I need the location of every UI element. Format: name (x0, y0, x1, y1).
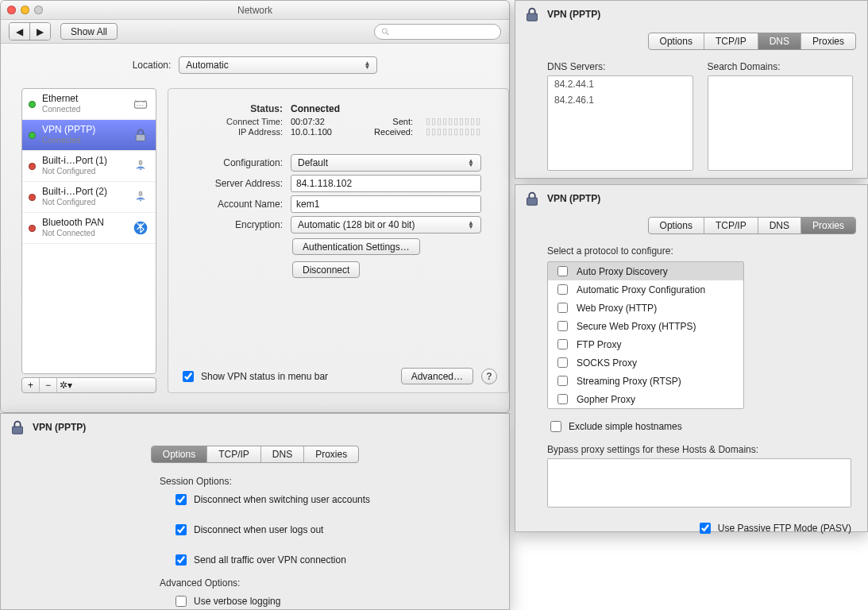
tab-options[interactable]: Options (649, 218, 704, 234)
protocol-checkbox[interactable] (557, 321, 568, 331)
service-name: Ethernet (42, 94, 80, 104)
protocol-checkbox[interactable] (557, 376, 568, 386)
protocol-label: Auto Proxy Discovery (577, 266, 668, 277)
protocol-list[interactable]: Auto Proxy DiscoveryAutomatic Proxy Conf… (547, 261, 744, 409)
location-label: Location: (133, 60, 172, 71)
tab-options[interactable]: Options (152, 446, 207, 462)
sidebar-item-service[interactable]: VPN (PPTP) Connected (22, 120, 156, 151)
advanced-options-header: Advanced Options: (160, 577, 485, 589)
titlebar[interactable]: Network (1, 1, 509, 20)
search-domains-list[interactable] (708, 75, 854, 171)
protocol-label: Automatic Proxy Configuration (577, 284, 705, 295)
forward-button[interactable]: ▶ (30, 23, 50, 40)
location-popup[interactable]: Automatic ▲▼ (179, 56, 377, 74)
zoom-icon[interactable] (34, 6, 43, 14)
protocol-row[interactable]: Auto Proxy Discovery (548, 262, 743, 280)
show-status-input[interactable] (183, 371, 194, 382)
modem-icon (132, 157, 149, 175)
sidebar-col: Ethernet Connected VPN (PPTP) Connected … (21, 88, 156, 393)
protocol-label: SOCKS Proxy (577, 357, 637, 369)
protocol-checkbox[interactable] (557, 284, 568, 295)
protocol-checkbox[interactable] (557, 357, 568, 368)
bypass-textarea[interactable] (547, 458, 851, 508)
protocol-checkbox[interactable] (557, 266, 568, 276)
tab-proxies[interactable]: Proxies (304, 446, 358, 462)
sidebar-item-service[interactable]: Bluetooth PAN Not Connected (22, 213, 156, 244)
protocol-row[interactable]: Web Proxy (HTTP) (548, 299, 743, 317)
search-input[interactable] (393, 25, 494, 38)
help-button[interactable]: ? (481, 369, 497, 384)
protocol-checkbox[interactable] (557, 339, 568, 349)
dns-servers-list[interactable]: 84.2.44.184.2.46.1 (547, 75, 693, 171)
chevron-updown-icon: ▲▼ (466, 221, 476, 229)
protocol-row[interactable]: Streaming Proxy (RTSP) (548, 372, 743, 390)
protocol-row[interactable]: FTP Proxy (548, 335, 743, 353)
dns-server-row[interactable]: 84.2.44.1 (548, 76, 692, 92)
close-icon[interactable] (7, 6, 16, 14)
remove-service-button[interactable]: − (40, 378, 57, 392)
opt-disconnect-logout[interactable]: Disconnect when user logs out (172, 522, 485, 538)
tab-options[interactable]: Options (649, 33, 704, 49)
location-value: Automatic (186, 60, 228, 71)
search-icon (381, 27, 390, 37)
status-dot-icon (29, 163, 36, 170)
opt-disconnect-switch-user[interactable]: Disconnect when switching user accounts (172, 492, 485, 508)
service-name: Built-i…Port (2) (42, 187, 107, 197)
lock-icon (132, 126, 149, 144)
exclude-hostnames-checkbox[interactable]: Exclude simple hostnames (547, 419, 851, 434)
advanced-button[interactable]: Advanced… (401, 368, 473, 384)
opt-verbose-logging[interactable]: Use verbose logging (172, 593, 485, 609)
search-field[interactable] (374, 24, 501, 40)
service-gear-button[interactable]: ✲▾ (57, 378, 75, 392)
add-service-button[interactable]: + (22, 378, 40, 392)
tab-dns[interactable]: DNS (758, 218, 801, 234)
svg-line-1 (387, 33, 389, 35)
tab-tcpip[interactable]: TCP/IP (207, 446, 261, 462)
auth-settings-button[interactable]: Authentication Settings… (292, 238, 420, 255)
tab-proxies[interactable]: Proxies (801, 218, 855, 234)
show-all-button[interactable]: Show All (60, 23, 118, 40)
sidebar-item-service[interactable]: Built-i…Port (1) Not Configured (22, 151, 156, 182)
sent-meter: ▯▯▯▯▯▯▯▯▯▯ (426, 116, 481, 126)
protocol-row[interactable]: SOCKS Proxy (548, 353, 743, 372)
protocol-row[interactable]: Secure Web Proxy (HTTPS) (548, 317, 743, 335)
svg-rect-5 (139, 160, 141, 164)
tab-tcpip[interactable]: TCP/IP (704, 218, 758, 234)
protocol-row[interactable]: Gopher Proxy (548, 390, 743, 408)
server-address-input[interactable] (291, 175, 481, 192)
show-status-checkbox[interactable]: Show VPN status in menu bar (179, 369, 328, 384)
svg-rect-7 (139, 191, 141, 195)
service-list[interactable]: Ethernet Connected VPN (PPTP) Connected … (21, 88, 156, 374)
tab-tcpip[interactable]: TCP/IP (704, 33, 758, 49)
show-status-label: Show VPN status in menu bar (201, 371, 328, 382)
service-name: Built-i…Port (1) (42, 156, 107, 166)
tab-dns[interactable]: DNS (758, 33, 801, 49)
tab-dns[interactable]: DNS (261, 446, 304, 462)
config-popup[interactable]: Default ▲▼ (291, 154, 481, 172)
toolbar: ◀ ▶ Show All (1, 20, 509, 44)
tabs: Options TCP/IP DNS Proxies (648, 33, 856, 50)
sidebar-item-service[interactable]: Built-i…Port (2) Not Configured (22, 182, 156, 213)
dns-server-row[interactable]: 84.2.46.1 (548, 92, 692, 108)
tab-proxies[interactable]: Proxies (801, 33, 855, 49)
protocol-checkbox[interactable] (557, 303, 568, 313)
modem-icon (132, 188, 149, 206)
proxies-sheet: VPN (PPTP) Options TCP/IP DNS Proxies Se… (515, 184, 868, 532)
disconnect-button[interactable]: Disconnect (292, 261, 360, 278)
account-name-input[interactable] (291, 195, 481, 213)
service-name: Bluetooth PAN (42, 218, 104, 228)
protocol-label: Web Proxy (HTTP) (577, 303, 657, 314)
status-dot-icon (29, 101, 36, 108)
encryption-popup[interactable]: Automatic (128 bit or 40 bit) ▲▼ (291, 216, 481, 234)
minimize-icon[interactable] (21, 6, 29, 14)
traffic-lights[interactable] (7, 6, 43, 14)
opt-send-all-traffic[interactable]: Send all traffic over VPN connection (172, 552, 485, 568)
passive-ftp-checkbox[interactable]: Use Passive FTP Mode (PASV) (696, 520, 851, 536)
lock-icon (523, 190, 541, 207)
service-status: Connected (42, 104, 80, 114)
back-button[interactable]: ◀ (10, 23, 30, 40)
protocol-row[interactable]: Automatic Proxy Configuration (548, 280, 743, 299)
protocol-checkbox[interactable] (557, 394, 568, 404)
tabs: Options TCP/IP DNS Proxies (151, 446, 359, 463)
sidebar-item-service[interactable]: Ethernet Connected (22, 89, 156, 120)
